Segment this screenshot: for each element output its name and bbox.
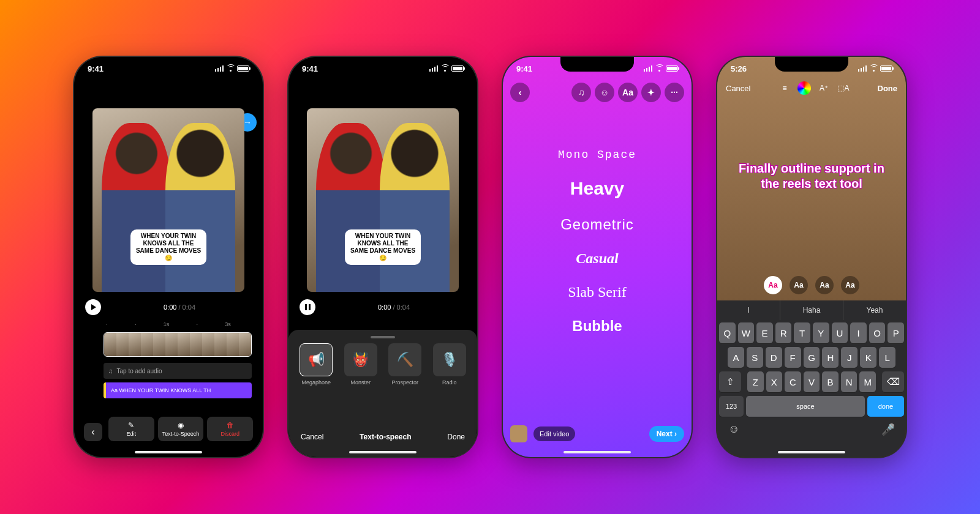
numbers-key[interactable]: 123 bbox=[719, 396, 744, 417]
key-k[interactable]: K bbox=[860, 347, 876, 368]
next-button[interactable]: Next › bbox=[649, 426, 684, 442]
key-o[interactable]: O bbox=[869, 322, 886, 343]
more-tool[interactable]: ··· bbox=[665, 83, 684, 102]
suggestion-2[interactable]: Haha bbox=[780, 300, 843, 320]
voice-radio[interactable]: 🎙️Radio bbox=[431, 343, 469, 386]
home-indicator bbox=[778, 451, 845, 453]
voice-megaphone[interactable]: 📢Megaphone bbox=[297, 343, 336, 386]
video-preview[interactable]: WHEN YOUR TWIN KNOWS ALL THE SAME DANCE … bbox=[307, 108, 459, 292]
back-button[interactable]: ‹ bbox=[84, 423, 102, 441]
cancel-button[interactable]: Cancel bbox=[301, 433, 323, 441]
style-tool[interactable]: A⁺ bbox=[817, 81, 831, 95]
font-slab-serif[interactable]: Slab Serif bbox=[568, 284, 626, 300]
music-tool[interactable]: ♫ bbox=[571, 83, 591, 102]
font-casual[interactable]: Casual bbox=[576, 250, 618, 267]
preview-thumbnail[interactable] bbox=[510, 425, 527, 442]
wifi-icon bbox=[440, 65, 449, 72]
emoji-key[interactable]: ☺ bbox=[728, 423, 739, 436]
caption-overlay: WHEN YOUR TWIN KNOWS ALL THE SAME DANCE … bbox=[345, 229, 421, 265]
font-geometric[interactable]: Geometric bbox=[560, 216, 634, 233]
keyboard-row-1: QWERTYUIOP bbox=[719, 322, 904, 343]
done-button[interactable]: Done bbox=[878, 84, 898, 93]
keyboard-done-key[interactable]: done bbox=[867, 396, 904, 417]
font-heavy[interactable]: Heavy bbox=[570, 178, 624, 199]
key-t[interactable]: T bbox=[794, 322, 810, 343]
pause-button[interactable] bbox=[300, 299, 315, 315]
key-j[interactable]: J bbox=[841, 347, 858, 368]
phone-tts-picker: 9:41 WHEN YOUR TWIN KNOWS ALL THE SAME D… bbox=[287, 56, 478, 458]
key-a[interactable]: A bbox=[728, 347, 744, 368]
suggestion-3[interactable]: Yeah bbox=[843, 300, 906, 320]
key-i[interactable]: I bbox=[850, 322, 867, 343]
key-u[interactable]: U bbox=[832, 322, 848, 343]
text-style-2[interactable]: Aa bbox=[790, 276, 808, 294]
battery-icon bbox=[666, 65, 678, 72]
monster-icon: 👹 bbox=[344, 343, 377, 376]
key-x[interactable]: X bbox=[766, 371, 783, 392]
status-time: 9:41 bbox=[302, 64, 318, 73]
notch bbox=[775, 57, 848, 72]
text-tool[interactable]: Aa bbox=[618, 83, 638, 102]
timeline-audio-track[interactable]: ♫Tap to add audio bbox=[104, 363, 252, 379]
key-g[interactable]: G bbox=[804, 347, 820, 368]
sticker-tool[interactable]: ☺ bbox=[595, 83, 614, 102]
key-h[interactable]: H bbox=[822, 347, 839, 368]
background-tool[interactable]: ⬚A bbox=[837, 81, 850, 95]
key-s[interactable]: S bbox=[747, 347, 763, 368]
key-m[interactable]: M bbox=[859, 371, 876, 392]
key-c[interactable]: C bbox=[785, 371, 801, 392]
voice-label: Megaphone bbox=[301, 379, 331, 386]
back-button[interactable]: ‹ bbox=[510, 83, 530, 102]
key-v[interactable]: V bbox=[804, 371, 820, 392]
key-b[interactable]: B bbox=[822, 371, 839, 392]
align-tool[interactable]: ≡ bbox=[778, 81, 791, 95]
notch bbox=[132, 57, 205, 72]
text-style-3[interactable]: Aa bbox=[815, 276, 834, 294]
signal-icon bbox=[429, 65, 439, 72]
sheet-grabber[interactable] bbox=[371, 336, 395, 338]
text-style-4[interactable]: Aa bbox=[841, 276, 859, 294]
text-overlay[interactable]: Finally outline support in the reels tex… bbox=[729, 161, 894, 192]
timeline-video-track[interactable] bbox=[104, 332, 252, 357]
key-n[interactable]: N bbox=[841, 371, 858, 392]
space-key[interactable]: space bbox=[746, 396, 865, 417]
text-to-speech-button[interactable]: ◉Text-to-Speech bbox=[158, 417, 204, 441]
key-w[interactable]: W bbox=[738, 322, 755, 343]
signal-icon bbox=[858, 65, 867, 72]
video-preview[interactable]: WHEN YOUR TWIN KNOWS ALL THE SAME DANCE … bbox=[92, 108, 244, 292]
discard-button[interactable]: 🗑Discard bbox=[207, 417, 253, 441]
effects-tool[interactable]: ✦ bbox=[641, 83, 661, 102]
notch bbox=[560, 57, 634, 72]
voice-monster[interactable]: 👹Monster bbox=[342, 343, 380, 386]
key-p[interactable]: P bbox=[888, 322, 904, 343]
battery-icon bbox=[451, 65, 464, 72]
key-r[interactable]: R bbox=[775, 322, 792, 343]
key-e[interactable]: E bbox=[756, 322, 773, 343]
key-y[interactable]: Y bbox=[813, 322, 829, 343]
key-z[interactable]: Z bbox=[747, 371, 764, 392]
key-f[interactable]: F bbox=[785, 347, 801, 368]
cancel-button[interactable]: Cancel bbox=[726, 84, 750, 93]
edit-button[interactable]: ✎Edit bbox=[108, 417, 154, 441]
font-bubble[interactable]: Bubble bbox=[572, 318, 622, 335]
voice-label: Prospector bbox=[391, 379, 418, 386]
text-style-1[interactable]: Aa bbox=[764, 276, 782, 294]
color-wheel[interactable] bbox=[797, 81, 811, 95]
wifi-icon bbox=[655, 65, 663, 72]
done-button[interactable]: Done bbox=[447, 433, 465, 441]
delete-key[interactable]: ⌫ bbox=[882, 371, 904, 392]
font-mono-space[interactable]: Mono Space bbox=[558, 149, 636, 161]
suggestion-1[interactable]: I bbox=[717, 300, 780, 320]
edit-video-button[interactable]: Edit video bbox=[533, 426, 575, 441]
key-l[interactable]: L bbox=[879, 347, 895, 368]
voice-prospector[interactable]: ⛏️Prospector bbox=[386, 343, 424, 386]
wifi-icon bbox=[869, 65, 878, 72]
mic-key[interactable]: 🎤 bbox=[881, 423, 895, 436]
key-q[interactable]: Q bbox=[719, 322, 736, 343]
pickaxe-icon: ⛏️ bbox=[388, 343, 421, 376]
caption-overlay[interactable]: WHEN YOUR TWIN KNOWS ALL THE SAME DANCE … bbox=[130, 229, 206, 265]
timeline-text-track[interactable]: Aa WHEN YOUR TWIN KNOWS ALL TH bbox=[104, 382, 252, 398]
key-d[interactable]: D bbox=[766, 347, 782, 368]
play-button[interactable] bbox=[85, 299, 101, 315]
shift-key[interactable]: ⇧ bbox=[719, 371, 741, 392]
